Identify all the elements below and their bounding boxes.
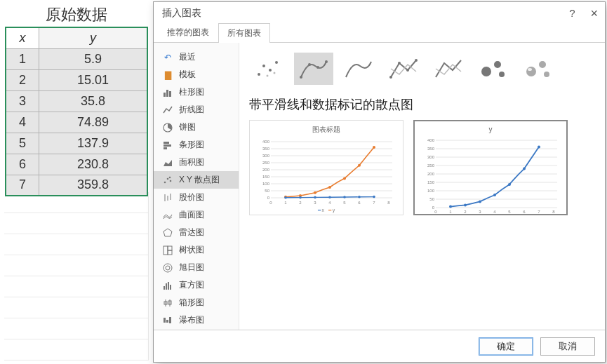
- sidebar-item-column[interactable]: 柱形图: [154, 83, 239, 101]
- sidebar-item-label: 树状图: [179, 244, 204, 256]
- sidebar-item-boxwhisker[interactable]: 箱形图: [154, 294, 239, 311]
- sidebar-item-surface[interactable]: 曲面图: [154, 206, 239, 224]
- cell-x[interactable]: 2: [6, 69, 39, 90]
- svg-point-84: [314, 191, 316, 194]
- cell-y[interactable]: 74.89: [39, 112, 147, 133]
- table-row[interactable]: 335.8: [6, 90, 147, 112]
- svg-rect-4: [164, 142, 169, 144]
- folder-icon: ▇: [162, 69, 173, 81]
- svg-rect-21: [166, 283, 167, 290]
- subtype-scatter[interactable]: [249, 53, 288, 85]
- svg-marker-14: [164, 229, 172, 236]
- subtype-bubble[interactable]: [474, 53, 513, 85]
- table-row[interactable]: 474.89: [6, 112, 147, 133]
- cell-x[interactable]: 4: [6, 112, 39, 133]
- svg-text:5: 5: [343, 201, 346, 205]
- cell-x[interactable]: 6: [6, 154, 39, 175]
- cell-y[interactable]: 137.9: [39, 133, 147, 154]
- tab-recommended[interactable]: 推荐的图表: [158, 22, 218, 42]
- svg-text:250: 250: [262, 161, 270, 165]
- svg-point-126: [493, 194, 496, 196]
- sidebar-item-radar[interactable]: 雷达图: [154, 224, 239, 241]
- table-row[interactable]: 215.01: [6, 69, 147, 90]
- svg-point-18: [166, 266, 170, 270]
- sidebar-item-histogram[interactable]: 直方图: [154, 276, 239, 294]
- dialog-title: 插入图表: [162, 7, 201, 20]
- sidebar-item-recent[interactable]: ↶最近: [154, 48, 239, 66]
- sidebar-item-label: 最近: [179, 51, 196, 63]
- sidebar-item-label: 模板: [179, 69, 196, 81]
- svg-text:8: 8: [387, 201, 390, 205]
- svg-rect-15: [164, 246, 168, 255]
- cancel-button[interactable]: 取消: [540, 337, 595, 356]
- svg-text:100: 100: [427, 189, 435, 193]
- sidebar-item-label: 股价图: [179, 191, 204, 203]
- sidebar-item-bar[interactable]: 条形图: [154, 136, 239, 154]
- table-row[interactable]: 5137.9: [6, 133, 147, 154]
- svg-text:2: 2: [464, 210, 467, 213]
- close-icon[interactable]: ×: [590, 7, 598, 20]
- sidebar-item-treemap[interactable]: 树状图: [154, 241, 239, 259]
- sidebar-item-waterfall[interactable]: 瀑布图: [154, 311, 239, 329]
- svg-text:3: 3: [479, 210, 481, 213]
- cell-y[interactable]: 15.01: [39, 69, 147, 90]
- tab-all-charts[interactable]: 所有图表: [218, 23, 270, 43]
- svg-point-47: [415, 59, 418, 62]
- sidebar-item-line[interactable]: 折线图: [154, 101, 239, 119]
- sidebar-item-template[interactable]: ▇模板: [154, 66, 239, 83]
- ok-button[interactable]: 确定: [479, 337, 533, 356]
- svg-point-53: [544, 72, 549, 77]
- svg-point-38: [267, 75, 269, 77]
- stock-chart-icon: [162, 192, 173, 203]
- cell-x[interactable]: 1: [6, 48, 39, 69]
- pie-chart-icon: [162, 122, 173, 133]
- preview1-title: 图表标题: [255, 125, 397, 135]
- svg-text:5: 5: [508, 210, 511, 213]
- sidebar-item-scatter[interactable]: X Y 散点图: [154, 171, 239, 189]
- table-row[interactable]: 6230.8: [6, 154, 147, 175]
- svg-rect-30: [169, 317, 171, 323]
- header-row: x y: [6, 27, 147, 48]
- bar-chart-icon: [162, 140, 173, 151]
- subtype-straight-line[interactable]: [429, 53, 468, 85]
- svg-point-45: [398, 62, 401, 65]
- cell-y[interactable]: 230.8: [39, 154, 147, 175]
- chart-preview-2[interactable]: y 050100150200250300350400 012345678: [413, 120, 568, 215]
- svg-point-49: [494, 61, 501, 68]
- svg-text:150: 150: [427, 180, 435, 184]
- cell-x[interactable]: 3: [6, 90, 39, 112]
- svg-point-9: [170, 180, 172, 182]
- sidebar-item-area[interactable]: 面积图: [154, 154, 239, 171]
- cell-y[interactable]: 35.8: [39, 90, 147, 112]
- table-row[interactable]: 15.9: [6, 48, 147, 69]
- cell-x[interactable]: 5: [6, 133, 39, 154]
- svg-point-127: [508, 183, 511, 186]
- subtype-bubble-3d[interactable]: [519, 53, 558, 85]
- preview1-legend: ━ x ━ y: [255, 208, 397, 213]
- svg-point-123: [449, 205, 452, 208]
- chart-preview-1[interactable]: 图表标题 050100150200250300350400 012345678: [249, 120, 403, 215]
- subtype-smooth-line[interactable]: [339, 53, 378, 85]
- subtype-smooth-line-markers[interactable]: [294, 53, 333, 85]
- svg-rect-1: [166, 90, 168, 97]
- svg-point-41: [308, 63, 311, 66]
- svg-point-36: [269, 69, 272, 72]
- cell-y[interactable]: 5.9: [39, 48, 147, 69]
- sidebar-item-pie[interactable]: 饼图: [154, 119, 239, 136]
- column-chart-icon: [162, 87, 173, 98]
- spreadsheet-title: 原始数据: [4, 1, 149, 27]
- svg-point-125: [479, 200, 481, 203]
- svg-point-89: [284, 196, 287, 199]
- sidebar-item-sunburst[interactable]: 旭日图: [154, 259, 239, 276]
- dialog-footer: 确定 取消: [154, 330, 605, 362]
- sidebar-item-stock[interactable]: 股价图: [154, 189, 239, 206]
- sidebar-item-label: X Y 散点图: [179, 174, 220, 186]
- svg-point-44: [389, 76, 392, 79]
- help-button[interactable]: ?: [569, 7, 575, 20]
- subtype-straight-line-markers[interactable]: [384, 53, 423, 85]
- svg-point-37: [275, 61, 278, 64]
- svg-rect-16: [168, 246, 172, 250]
- svg-point-48: [481, 67, 491, 76]
- svg-rect-29: [166, 320, 168, 323]
- empty-grid: [4, 192, 149, 360]
